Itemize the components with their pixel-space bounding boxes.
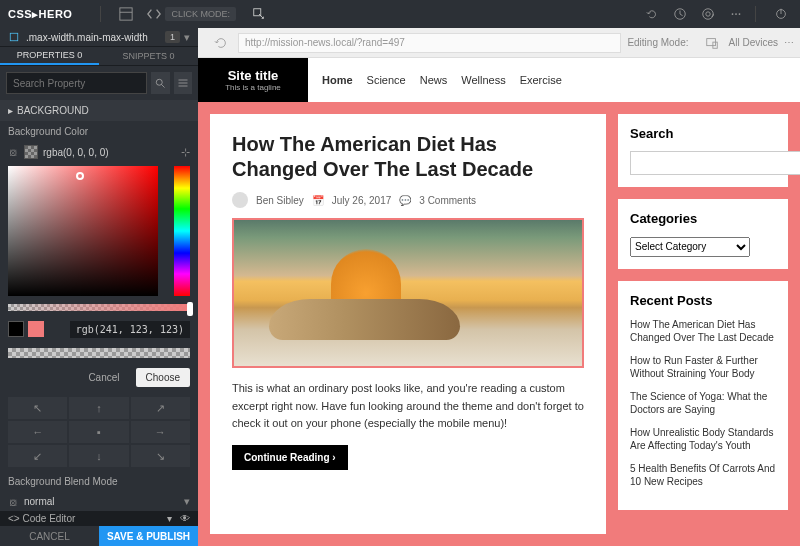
caret-right-icon: ▸ [8, 105, 13, 116]
svg-point-6 [732, 13, 734, 15]
article-excerpt: This is what an ordinary post looks like… [232, 380, 584, 433]
article-title[interactable]: How The American Diet Has Changed Over T… [232, 132, 584, 182]
picker-cancel-button[interactable]: Cancel [78, 368, 129, 387]
picker-choose-button[interactable]: Choose [136, 368, 190, 387]
svg-line-13 [162, 85, 165, 88]
site-nav: Home Science News Wellness Exercise [308, 58, 800, 102]
category-select[interactable]: Select Category [630, 237, 750, 257]
author-avatar[interactable] [232, 192, 248, 208]
swatch-black[interactable] [8, 321, 24, 337]
search-property-input[interactable] [6, 72, 147, 94]
preview-toolbar: http://mission-news.local/?rand=497 Edit… [198, 28, 800, 58]
selector-row[interactable]: .max-width.main-max-width 1 ▾ [0, 28, 198, 47]
device-icon[interactable] [701, 32, 723, 54]
svg-rect-11 [10, 33, 18, 41]
nav-news[interactable]: News [420, 74, 448, 86]
history-icon[interactable] [669, 3, 691, 25]
nav-wellness[interactable]: Wellness [461, 74, 505, 86]
code-icon[interactable] [143, 3, 165, 25]
categories-widget: Categories Select Category [618, 199, 788, 269]
svg-point-12 [157, 79, 163, 85]
app-topbar: CSS▸HERO CLICK MODE: [0, 0, 800, 28]
chevron-down-icon[interactable]: ▾ [184, 31, 190, 44]
bg-color-value: rgba(0, 0, 0, 0) [43, 147, 176, 158]
menu-icon[interactable] [174, 72, 193, 94]
widget-title: Recent Posts [630, 293, 776, 308]
blend-mode-value: normal [24, 496, 179, 507]
main-content: How The American Diet Has Changed Over T… [210, 114, 606, 534]
power-icon[interactable] [770, 3, 792, 25]
svg-rect-0 [120, 8, 132, 20]
featured-image[interactable] [232, 218, 584, 368]
devices-label[interactable]: All Devices [729, 37, 778, 48]
recent-post-link[interactable]: How to Run Faster & Further Without Stra… [630, 354, 776, 381]
reset-icon[interactable]: ⦻ [8, 146, 19, 158]
hue-slider[interactable] [174, 166, 190, 296]
widget-title: Categories [630, 211, 776, 226]
current-swatch[interactable] [24, 145, 38, 159]
recent-post-link[interactable]: 5 Health Benefits Of Carrots And 10 New … [630, 462, 776, 489]
author-name[interactable]: Ben Sibley [256, 195, 304, 206]
target-icon [8, 31, 20, 43]
panel-tabs: PROPERTIES 0 SNIPPETS 0 [0, 47, 198, 66]
undo-icon[interactable] [641, 3, 663, 25]
svg-point-8 [739, 13, 741, 15]
eyedropper-icon[interactable]: ⊹ [181, 146, 190, 159]
recent-posts-widget: Recent Posts How The American Diet Has C… [618, 281, 788, 510]
bg-color-label: Background Color [0, 121, 198, 142]
selector-count: 1 [165, 31, 180, 43]
alpha-slider[interactable] [8, 304, 190, 311]
tab-properties[interactable]: PROPERTIES 0 [0, 47, 99, 65]
comment-count[interactable]: 3 Comments [419, 195, 476, 206]
svg-point-7 [735, 13, 737, 15]
search-widget: Search Search [618, 114, 788, 187]
reset-icon[interactable]: ⦻ [8, 496, 19, 508]
sidebar-panel: .max-width.main-max-width 1 ▾ PROPERTIES… [0, 28, 198, 546]
position-grid[interactable]: ↖↑↗ ←▪→ ↙↓↘ [0, 393, 198, 471]
eye-icon[interactable]: 👁 [180, 513, 190, 524]
click-mode-label: CLICK MODE: [165, 7, 236, 21]
tab-snippets[interactable]: SNIPPETS 0 [99, 47, 198, 65]
more-icon[interactable]: ⋯ [784, 37, 794, 48]
svg-point-4 [703, 9, 714, 20]
site-tagline: This is a tagline [225, 83, 281, 92]
click-mode-picker-icon[interactable] [248, 3, 270, 25]
code-icon: <> [8, 513, 20, 524]
saturation-value-field[interactable] [8, 166, 158, 296]
selector-text: .max-width.main-max-width [26, 32, 165, 43]
calendar-icon: 📅 [312, 195, 324, 206]
picked-color-value: rgb(241, 123, 123) [70, 321, 190, 338]
color-picker[interactable] [0, 162, 198, 300]
search-input[interactable] [630, 151, 800, 175]
url-field[interactable]: http://mission-news.local/?rand=497 [238, 33, 621, 53]
transparency-bar[interactable] [8, 348, 190, 359]
chevron-down-icon: ▾ [167, 513, 172, 524]
site-header: Site title This is a tagline Home Scienc… [198, 58, 800, 102]
save-publish-button[interactable]: SAVE & PUBLISH [99, 526, 198, 546]
nav-exercise[interactable]: Exercise [520, 74, 562, 86]
layout-icon[interactable] [115, 3, 137, 25]
continue-reading-button[interactable]: Continue Reading › [232, 445, 348, 470]
at-icon[interactable] [697, 3, 719, 25]
nav-science[interactable]: Science [367, 74, 406, 86]
chevron-down-icon[interactable]: ▾ [184, 495, 190, 508]
cancel-button[interactable]: CANCEL [0, 526, 99, 546]
recent-post-link[interactable]: How Unrealistic Body Standards Are Affec… [630, 426, 776, 453]
code-editor-toggle[interactable]: <> Code Editor ▾ 👁 [0, 511, 198, 526]
article-date: July 26, 2017 [332, 195, 392, 206]
site-title[interactable]: Site title [228, 68, 279, 83]
recent-post-link[interactable]: The Science of Yoga: What the Doctors ar… [630, 390, 776, 417]
recent-post-link[interactable]: How The American Diet Has Changed Over T… [630, 318, 776, 345]
sidebar-widgets: Search Search Categories Select Category… [618, 114, 788, 534]
section-background[interactable]: ▸ BACKGROUND [0, 100, 198, 121]
preview-pane: http://mission-news.local/?rand=497 Edit… [198, 28, 800, 546]
more-icon[interactable] [725, 3, 747, 25]
search-icon[interactable] [151, 72, 170, 94]
article-meta: Ben Sibley 📅 July 26, 2017 💬 3 Comments [232, 192, 584, 208]
editing-mode-label: Editing Mode: [627, 37, 688, 48]
refresh-icon[interactable] [210, 32, 232, 54]
comment-icon: 💬 [399, 195, 411, 206]
nav-home[interactable]: Home [322, 74, 353, 86]
swatch-picked[interactable] [28, 321, 44, 337]
blend-mode-label: Background Blend Mode [0, 471, 198, 492]
